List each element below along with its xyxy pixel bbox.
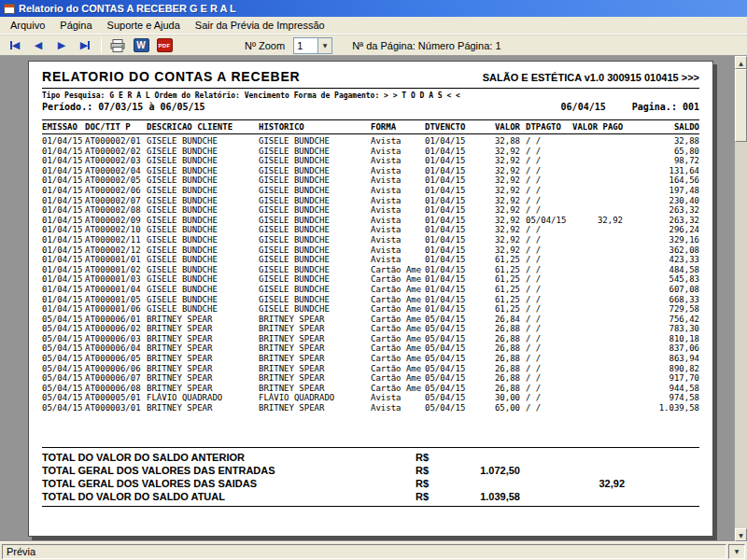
prev-page-icon: ◀	[35, 40, 42, 50]
menu-item-arquivo[interactable]: Arquivo	[3, 18, 52, 33]
chevron-down-icon[interactable]: ▼	[317, 38, 331, 53]
table-row: 05/04/15AT000005/01FLÁVIO QUADRADOFLÁVIO…	[42, 393, 699, 403]
report-header: RELATORIO DO CONTAS A RECEBER SALÃO E ES…	[42, 69, 699, 89]
preview-area: RELATORIO DO CONTAS A RECEBER SALÃO E ES…	[0, 56, 747, 541]
total-label: TOTAL GERAL DOS VALORES DAS ENTRADAS	[42, 464, 416, 477]
table-row: 01/04/15AT000002/04GISELE BUNDCHEGISELE …	[42, 166, 699, 176]
prev-page-button[interactable]: ◀	[28, 36, 49, 54]
table-row: 01/04/15AT000002/07GISELE BUNDCHEGISELE …	[42, 196, 699, 206]
column-header: VALOR PAGO	[572, 122, 623, 132]
table-row: 01/04/15AT000002/10GISELE BUNDCHEGISELE …	[42, 225, 699, 235]
zoom-label: Nº Zoom	[245, 40, 285, 51]
last-page-icon: ▶	[80, 40, 90, 50]
total-value: 1.072,50	[440, 464, 520, 477]
menu-item-sair-previa[interactable]: Sair da Prévia de Impressão	[188, 18, 332, 33]
toolbar-separator	[101, 38, 102, 53]
total-currency: R$	[416, 451, 440, 464]
status-text: Prévia	[7, 546, 35, 557]
table-row: 01/04/15AT000001/04GISELE BUNDCHEGISELE …	[42, 285, 699, 295]
report-page: RELATORIO DO CONTAS A RECEBER SALÃO E ES…	[28, 61, 713, 537]
menu-item-pagina[interactable]: Página	[52, 18, 99, 33]
table-row: 01/04/15AT000002/09GISELE BUNDCHEGISELE …	[42, 216, 699, 226]
export-pdf-button[interactable]: PDF	[154, 36, 175, 54]
table-row: 01/04/15AT000002/05GISELE BUNDCHEGISELE …	[42, 175, 699, 186]
table-row: 01/04/15AT000002/01GISELE BUNDCHEGISELE …	[42, 136, 699, 147]
scroll-up-icon[interactable]: ▲	[735, 56, 747, 69]
report-totals: TOTAL DO VALOR DO SALDO ANTERIORR$TOTAL …	[42, 447, 699, 507]
table-row: 01/04/15AT000002/02GISELE BUNDCHEGISELE …	[42, 147, 699, 157]
table-row: 01/04/15AT000002/06GISELE BUNDCHEGISELE …	[42, 186, 699, 196]
total-value-paid	[520, 464, 625, 477]
table-row: 01/04/15AT000001/02GISELE BUNDCHEGISELE …	[42, 265, 699, 275]
total-value-paid	[520, 451, 625, 464]
table-row: 05/04/15AT000006/08BRITNEY SPEARBRITNEY …	[42, 384, 699, 394]
total-currency: R$	[416, 477, 440, 490]
report-period: Período.: 07/03/15 à 06/05/15	[42, 102, 205, 112]
total-label: TOTAL GERAL DOS VALORES DAS SAIDAS	[42, 477, 416, 490]
total-row: TOTAL GERAL DOS VALORES DAS ENTRADASR$1.…	[42, 464, 699, 477]
zoom-select[interactable]: 1 ▼	[293, 37, 332, 54]
table-row: 05/04/15AT000006/05BRITNEY SPEARBRITNEY …	[42, 354, 699, 364]
zoom-value: 1	[294, 38, 317, 53]
menu-item-suporte[interactable]: Suporte e Ajuda	[100, 18, 188, 33]
next-page-icon: ▶	[58, 40, 65, 50]
print-button[interactable]	[107, 36, 128, 54]
total-row: TOTAL DO VALOR DO SALDO ATUALR$1.039,58	[42, 490, 699, 503]
vertical-scrollbar[interactable]: ▲ ▼	[734, 56, 747, 541]
total-row: TOTAL GERAL DOS VALORES DAS SAIDASR$32,9…	[42, 477, 699, 490]
table-row: 05/04/15AT000006/06BRITNEY SPEARBRITNEY …	[42, 364, 699, 374]
column-header: DTVENCTO	[425, 122, 477, 132]
total-value	[440, 477, 520, 490]
column-header: DOC/TIT P	[85, 122, 147, 132]
column-header: EMISSAO	[42, 122, 85, 132]
table-row: 01/04/15AT000001/01GISELE BUNDCHEGISELE …	[42, 255, 699, 265]
report-table-body: 01/04/15AT000002/01GISELE BUNDCHEGISELE …	[42, 136, 699, 413]
column-header: FORMA	[371, 122, 425, 132]
app-version: SALÃO E ESTÉTICA v1.0 300915 010415 >>>	[483, 72, 699, 83]
table-row: 01/04/15AT000001/05GISELE BUNDCHEGISELE …	[42, 295, 699, 305]
word-icon: W	[134, 38, 149, 52]
window-icon	[4, 4, 15, 14]
report-table-header: EMISSAODOC/TIT PDESCRICAO CLIENTEHISTORI…	[42, 119, 699, 134]
total-row: TOTAL DO VALOR DO SALDO ANTERIORR$	[42, 451, 699, 464]
scroll-down-icon[interactable]: ▼	[735, 528, 747, 541]
table-row: 05/04/15AT000006/02BRITNEY SPEARBRITNEY …	[42, 324, 699, 334]
export-word-button[interactable]: W	[131, 36, 151, 54]
total-value-paid: 32,92	[520, 477, 625, 490]
total-value-paid	[520, 490, 625, 503]
toolbar: ◀ ◀ ▶ ▶ W PDF Nº Zoom 1 ▼ Nª da Página: …	[0, 35, 747, 56]
table-row: 01/04/15AT000001/03GISELE BUNDCHEGISELE …	[42, 274, 699, 285]
report-page-number: Pagina.: 001	[632, 102, 699, 112]
status-dropdown-button[interactable]: ▼	[728, 544, 745, 559]
status-bar: Prévia ▼	[0, 541, 747, 560]
first-page-button[interactable]: ◀	[5, 36, 25, 54]
column-header: SALDO	[623, 122, 699, 132]
first-page-icon: ◀	[10, 40, 20, 50]
column-header: VALOR	[477, 122, 520, 132]
printer-icon	[110, 39, 125, 52]
last-page-button[interactable]: ▶	[75, 36, 95, 54]
menu-bar: Arquivo Página Suporte e Ajuda Sair da P…	[0, 17, 747, 35]
page-number-info: Nª da Página: Número Página: 1	[352, 40, 500, 51]
status-text-panel: Prévia	[2, 544, 726, 559]
table-row: 01/04/15AT000002/08GISELE BUNDCHEGISELE …	[42, 205, 699, 216]
total-value	[440, 451, 520, 464]
scrollbar-thumb[interactable]	[735, 69, 747, 142]
chevron-down-icon: ▼	[735, 548, 740, 554]
scrollbar-track[interactable]	[735, 69, 747, 528]
table-row: 05/04/15AT000006/04BRITNEY SPEARBRITNEY …	[42, 343, 699, 354]
table-row: 05/04/15AT000006/07BRITNEY SPEARBRITNEY …	[42, 373, 699, 384]
total-label: TOTAL DO VALOR DO SALDO ANTERIOR	[42, 451, 416, 464]
report-title: RELATORIO DO CONTAS A RECEBER	[42, 69, 301, 84]
title-bar: Relatorio do CONTAS A RECEBER G E R A L	[0, 0, 747, 17]
print-date: 06/04/15	[561, 102, 606, 112]
report-period-row: Período.: 07/03/15 à 06/05/15 06/04/15 P…	[42, 102, 699, 112]
total-value: 1.039,58	[440, 490, 520, 503]
report-filters: Tipo Pesquisa: G E R A L Ordem do Relató…	[42, 91, 699, 100]
column-header: HISTORICO	[259, 122, 371, 132]
column-header: DESCRICAO CLIENTE	[147, 122, 259, 132]
next-page-button[interactable]: ▶	[51, 36, 72, 54]
table-row: 01/04/15AT000002/11GISELE BUNDCHEGISELE …	[42, 235, 699, 245]
window-title: Relatorio do CONTAS A RECEBER G E R A L	[19, 3, 236, 14]
column-header: DTPAGTO	[520, 122, 572, 132]
